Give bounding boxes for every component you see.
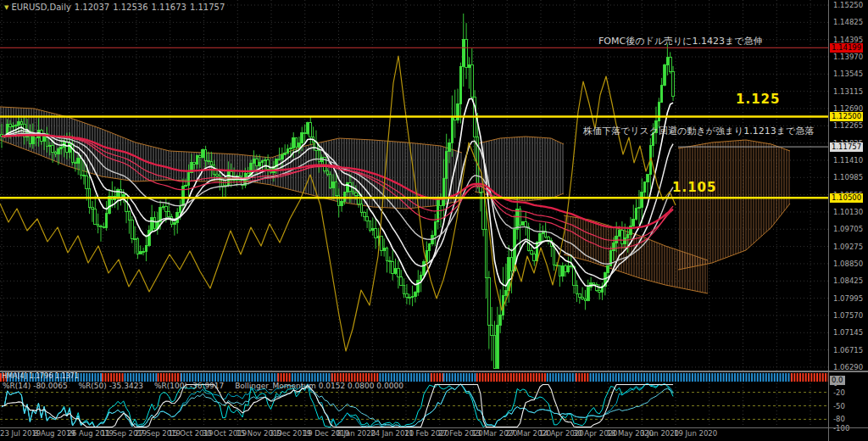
price-tick-label: 1.15250 bbox=[833, 1, 863, 9]
price-tick-label: 1.07995 bbox=[833, 294, 863, 303]
price-axis[interactable]: 1.152501.148251.143951.139701.135451.131… bbox=[828, 0, 868, 441]
price-tick-label: 1.07570 bbox=[833, 311, 863, 320]
price-tick-label: 1.06715 bbox=[833, 346, 863, 354]
price-tick-label: 1.13545 bbox=[833, 70, 863, 78]
price-badge-silver: 1.11757 bbox=[830, 142, 863, 152]
annotation-fomc: FOMC後のドル売りに1.1423まで急伸 bbox=[598, 35, 762, 47]
ohlc-open: 1.12037 bbox=[75, 3, 109, 12]
sub-axis-label: -80 bbox=[833, 415, 845, 423]
price-tick-label: 1.08425 bbox=[833, 276, 863, 285]
price-tick-label: 1.13970 bbox=[833, 53, 863, 61]
symbol-name: EURUSD,Daily bbox=[11, 3, 70, 12]
wr100-label: %R(100) -36.9917 bbox=[154, 382, 224, 390]
ohlc-close: 1.11757 bbox=[190, 3, 225, 12]
price-badge-yellow: 1.12500 bbox=[830, 112, 863, 121]
price-tick-label: 1.10130 bbox=[833, 208, 863, 216]
ohlc-high: 1.12536 bbox=[113, 3, 147, 12]
indicator-subwindow[interactable] bbox=[0, 372, 828, 428]
date-axis[interactable]: 23 Jul 20198 Aug 201926 Aug 201911 Sep 2… bbox=[0, 429, 828, 441]
sub-axis-label: -100 bbox=[833, 424, 849, 433]
price-tick-label: 1.11410 bbox=[833, 156, 863, 165]
price-badge-red: 1.14199 bbox=[830, 43, 863, 53]
sub-axis-label: -50 bbox=[833, 402, 845, 410]
date-tick-label: 8 Jan 2020 bbox=[337, 429, 376, 438]
sub-current-badge: 0.0 bbox=[830, 376, 845, 385]
trading-terminal-window: ▼EURUSD,Daily1.120371.125361.116731.1175… bbox=[0, 0, 868, 441]
chart-title: ▼EURUSD,Daily1.120371.125361.116731.1175… bbox=[4, 3, 228, 12]
price-tick-label: 1.13115 bbox=[833, 87, 863, 96]
bollinger-momentum-label: Bollinger_Momentum 0.0152 0.0800 0.0000 bbox=[235, 382, 403, 390]
axis-separator bbox=[0, 427, 868, 428]
price-tick-label: 1.14825 bbox=[833, 18, 863, 26]
strip-indicator-label: HMA[4] 1.1796 1.1371 bbox=[2, 372, 79, 380]
indicator-value-labels: %R(14) -80.0065 %R(50) -35.3423 %R(100) … bbox=[3, 382, 412, 390]
wr50-label: %R(50) -35.3423 bbox=[78, 382, 143, 390]
price-badge-yellow: 1.10500 bbox=[830, 193, 863, 203]
level-label-1125: 1.125 bbox=[736, 92, 780, 107]
price-tick-label: 1.09275 bbox=[833, 243, 863, 251]
sub-axis-label: -20 bbox=[833, 388, 845, 397]
price-tick-label: 1.09705 bbox=[833, 225, 863, 233]
price-tick-label: 1.08850 bbox=[833, 260, 863, 268]
wr14-label: %R(14) -80.0065 bbox=[3, 382, 68, 390]
ohlc-low: 1.11673 bbox=[152, 3, 186, 12]
annotation-risk-off: 株価下落でリスク回避の動きが強まり1.1213まで急落 bbox=[583, 125, 814, 137]
level-label-1105: 1.105 bbox=[672, 180, 716, 195]
symbol-marker-icon: ▼ bbox=[4, 4, 8, 11]
subwindow-resize-handle[interactable] bbox=[0, 371, 868, 372]
date-tick-label: 19 Jun 2020 bbox=[674, 429, 717, 438]
price-tick-label: 1.10985 bbox=[833, 173, 863, 181]
price-tick-label: 1.07145 bbox=[833, 328, 863, 337]
price-tick-label: 1.12265 bbox=[833, 121, 863, 130]
